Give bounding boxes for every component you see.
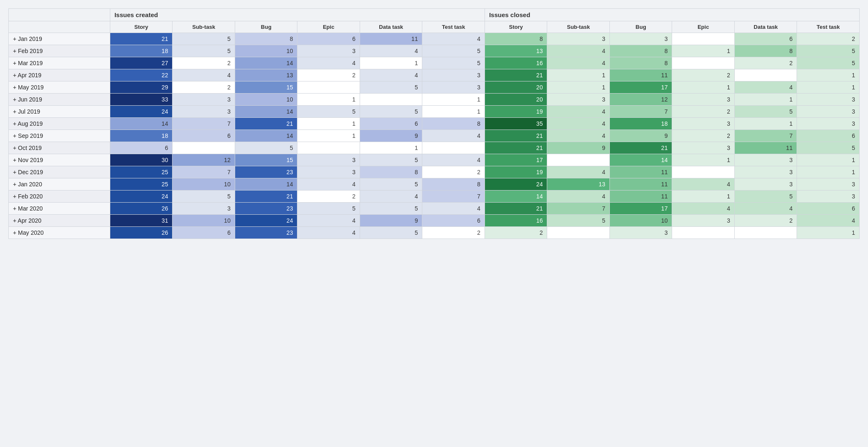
created-cell: 26 — [110, 227, 173, 239]
closed-cell: 13 — [547, 178, 610, 190]
created-cell: 3 — [173, 203, 235, 215]
closed-cell: 2 — [672, 130, 735, 142]
closed-cell: 3 — [734, 166, 797, 178]
closed-cell: 10 — [609, 215, 672, 227]
row-label[interactable]: + Sep 2019 — [9, 130, 110, 142]
closed-cell: 1 — [672, 154, 735, 166]
created-cell: 3 — [297, 154, 360, 166]
row-label[interactable]: + Mar 2019 — [9, 57, 110, 69]
closed-cell: 3 — [672, 142, 735, 154]
created-cell: 10 — [235, 94, 297, 106]
closed-cell: 3 — [797, 118, 860, 130]
closed-bug-header: Bug — [609, 21, 672, 33]
created-cell: 7 — [173, 166, 235, 178]
created-cell: 14 — [110, 118, 173, 130]
row-label[interactable]: + Dec 2019 — [9, 166, 110, 178]
row-label[interactable]: + Jan 2020 — [9, 178, 110, 190]
row-label[interactable]: + Oct 2019 — [9, 142, 110, 154]
created-cell: 2 — [422, 227, 485, 239]
row-label[interactable]: + Apr 2019 — [9, 69, 110, 81]
closed-cell: 4 — [547, 106, 610, 118]
closed-cell: 3 — [672, 118, 735, 130]
closed-cell: 4 — [547, 166, 610, 178]
row-label[interactable]: + Aug 2019 — [9, 118, 110, 130]
created-cell: 1 — [297, 118, 360, 130]
closed-epic-header: Epic — [672, 21, 735, 33]
row-label[interactable]: + Feb 2020 — [9, 190, 110, 203]
created-cell: 8 — [235, 33, 297, 45]
created-cell: 1 — [360, 57, 422, 69]
created-cell — [422, 142, 485, 154]
row-label[interactable]: + May 2019 — [9, 81, 110, 94]
created-cell: 22 — [110, 69, 173, 81]
created-cell: 5 — [360, 178, 422, 190]
table-row: + Aug 20191472116835418313 — [9, 118, 860, 130]
created-cell: 6 — [297, 33, 360, 45]
created-cell: 21 — [235, 118, 297, 130]
created-cell: 23 — [235, 203, 297, 215]
closed-cell: 19 — [485, 106, 547, 118]
closed-cell: 8 — [609, 57, 672, 69]
row-label[interactable]: + Nov 2019 — [9, 154, 110, 166]
table-row: + May 202026623452231 — [9, 227, 860, 239]
closed-cell: 5 — [734, 190, 797, 203]
closed-cell: 6 — [797, 130, 860, 142]
closed-cell: 3 — [734, 178, 797, 190]
created-cell: 4 — [297, 57, 360, 69]
closed-cell: 8 — [485, 33, 547, 45]
row-label[interactable]: + Jan 2019 — [9, 33, 110, 45]
created-cell: 3 — [297, 166, 360, 178]
created-cell: 14 — [235, 130, 297, 142]
row-label[interactable]: + Mar 2020 — [9, 203, 110, 215]
closed-cell: 7 — [547, 203, 610, 215]
closed-cell: 12 — [609, 94, 672, 106]
created-cell: 6 — [360, 118, 422, 130]
row-label[interactable]: + Jul 2019 — [9, 106, 110, 118]
closed-cell: 11 — [609, 69, 672, 81]
closed-cell: 17 — [609, 203, 672, 215]
created-cell: 12 — [173, 154, 235, 166]
closed-cell: 3 — [547, 94, 610, 106]
closed-cell: 21 — [485, 142, 547, 154]
created-cell: 3 — [297, 45, 360, 57]
table-row: + Apr 202031102449616510324 — [9, 215, 860, 227]
closed-cell: 17 — [485, 154, 547, 166]
closed-cell: 18 — [609, 118, 672, 130]
row-label[interactable]: + Jun 2019 — [9, 94, 110, 106]
closed-cell: 8 — [609, 45, 672, 57]
closed-cell: 4 — [734, 81, 797, 94]
created-cell: 31 — [110, 215, 173, 227]
closed-cell: 21 — [485, 69, 547, 81]
closed-testtask-header: Test task — [797, 21, 860, 33]
closed-cell: 16 — [485, 57, 547, 69]
created-cell: 10 — [173, 215, 235, 227]
closed-cell: 2 — [734, 57, 797, 69]
closed-cell: 9 — [547, 142, 610, 154]
main-table-wrapper: Issues created Issues closed Story Sub-t… — [8, 8, 860, 239]
created-cell: 27 — [110, 57, 173, 69]
created-cell: 9 — [360, 215, 422, 227]
closed-cell: 8 — [734, 45, 797, 57]
created-cell: 4 — [360, 190, 422, 203]
created-cell: 3 — [422, 81, 485, 94]
closed-cell: 4 — [547, 130, 610, 142]
closed-cell: 2 — [797, 33, 860, 45]
created-cell: 23 — [235, 166, 297, 178]
closed-cell: 3 — [797, 94, 860, 106]
closed-cell: 4 — [547, 45, 610, 57]
created-story-header: Story — [110, 21, 173, 33]
created-cell — [297, 81, 360, 94]
table-row: + May 2019292155320117141 — [9, 81, 860, 94]
table-row: + Jul 2019243145511947253 — [9, 106, 860, 118]
row-label[interactable]: + Apr 2020 — [9, 215, 110, 227]
closed-cell: 4 — [672, 203, 735, 215]
created-cell: 4 — [360, 69, 422, 81]
row-label[interactable]: + May 2020 — [9, 227, 110, 239]
created-cell: 8 — [422, 178, 485, 190]
row-label[interactable]: + Feb 2019 — [9, 45, 110, 57]
created-subtask-header: Sub-task — [173, 21, 235, 33]
created-cell: 2 — [173, 81, 235, 94]
closed-cell — [547, 227, 610, 239]
created-cell: 8 — [360, 166, 422, 178]
closed-cell: 5 — [547, 215, 610, 227]
